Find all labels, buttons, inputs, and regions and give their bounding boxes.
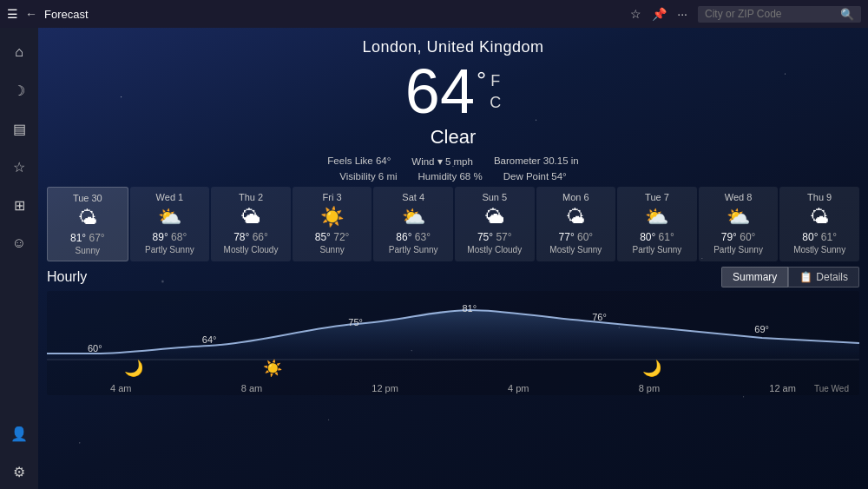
temp-value: 64	[405, 60, 475, 122]
feels-like: Feels Like 64°	[327, 155, 391, 168]
sidebar-item-settings[interactable]: ⚙	[2, 454, 36, 489]
time-12am: 12 am	[769, 383, 796, 393]
pin-icon[interactable]: 📌	[652, 7, 667, 21]
unit-c[interactable]: C	[490, 92, 501, 114]
current-weather: London, United Kingdom 64 ° F C Clear Fe…	[38, 28, 868, 182]
search-input[interactable]	[705, 8, 835, 20]
time-8pm: 8 pm	[639, 383, 660, 393]
summary-button[interactable]: Summary	[721, 267, 788, 287]
unit-f[interactable]: F	[490, 70, 501, 92]
icon-4am: 🌙	[124, 359, 143, 378]
sidebar-item-home[interactable]: ⌂	[2, 35, 36, 69]
time-4am: 4 am	[110, 383, 131, 393]
main-content: London, United Kingdom 64 ° F C Clear Fe…	[38, 28, 868, 489]
forecast-day-tue-30[interactable]: Tue 30 🌤 81° 67° Sunny	[47, 187, 128, 261]
temp-8am: 64°	[202, 334, 217, 345]
hamburger-icon[interactable]: ☰	[7, 7, 18, 21]
sidebar-item-emoji[interactable]: ☺	[2, 226, 36, 261]
temp-4pm: 76°	[592, 312, 607, 322]
temp-labels: 60° 64° 75° 81° 76° 69°	[47, 293, 859, 345]
favorite-icon[interactable]: ☆	[630, 7, 641, 21]
hourly-time-labels: 4 am 8 am 12 pm 4 pm 8 pm 12 am	[47, 383, 859, 393]
back-icon[interactable]: ←	[25, 7, 37, 21]
forecast-day-sat-4[interactable]: Sat 4 ⛅ 86° 63° Partly Sunny	[373, 187, 453, 261]
search-box[interactable]: 🔍	[698, 6, 861, 23]
weather-details-2: Visibility 6 mi Humidity 68 % Dew Point …	[38, 171, 868, 182]
more-icon[interactable]: ···	[677, 7, 687, 21]
temp-8pm: 69°	[754, 324, 769, 334]
time-8am: 8 am	[241, 383, 262, 393]
forecast-day-wed-1[interactable]: Wed 1 ⛅ 89° 68° Partly Sunny	[130, 187, 210, 261]
app-title: Forecast	[44, 8, 623, 21]
hourly-section: Hourly Summary 📋 Details	[47, 267, 859, 395]
hourly-icons: 🌙 ☀️ 🌙	[47, 359, 859, 378]
sidebar-item-favorites[interactable]: ☆	[2, 149, 36, 184]
condition: Clear	[38, 126, 868, 149]
temp-4am: 60°	[88, 343, 102, 354]
humidity: Humidity 68 %	[418, 171, 483, 182]
temperature-display: 64 ° F C	[38, 60, 868, 122]
forecast-day-tue-7[interactable]: Tue 7 ⛅ 80° 61° Partly Sunny	[617, 187, 697, 261]
hourly-view-buttons: Summary 📋 Details	[721, 267, 859, 287]
forecast-day-fri-3[interactable]: Fri 3 ☀️ 85° 72° Sunny	[293, 187, 372, 261]
forecast-day-wed-8[interactable]: Wed 8 ⛅ 79° 60° Partly Sunny	[699, 187, 779, 261]
sidebar-item-chart[interactable]: ▤	[2, 111, 36, 146]
sidebar-item-moon[interactable]: ☽	[2, 73, 36, 108]
weather-details: Feels Like 64° Wind ▾ 5 mph Barometer 30…	[38, 155, 868, 168]
time-4pm: 4 pm	[508, 383, 529, 393]
title-bar: ☰ ← Forecast ☆ 📌 ··· 🔍	[0, 0, 868, 28]
sidebar-item-account[interactable]: 👤	[2, 416, 36, 451]
icon-8am: ☀️	[263, 359, 282, 378]
title-actions: ☆ 📌 ··· 🔍	[630, 6, 861, 23]
day-marker: Tue Wed	[814, 384, 849, 393]
hourly-title: Hourly	[47, 269, 87, 285]
sidebar-item-news[interactable]: ⊞	[2, 188, 36, 222]
hourly-chart: 60° 64° 75° 81° 76° 69° 🌙 ☀️ 🌙	[47, 291, 859, 395]
wind: Wind ▾ 5 mph	[411, 155, 473, 168]
forecast-day-thu-2[interactable]: Thu 2 🌥 78° 66° Mostly Cloudy	[211, 187, 291, 261]
temp-12pm: 75°	[348, 317, 363, 327]
forecast-strip: Tue 30 🌤 81° 67° Sunny Wed 1 ⛅ 89° 68° P…	[47, 187, 859, 261]
forecast-day-sun-5[interactable]: Sun 5 🌥 75° 57° Mostly Cloudy	[455, 187, 535, 261]
search-icon[interactable]: 🔍	[840, 8, 854, 21]
dew-point: Dew Point 54°	[503, 171, 567, 182]
forecast-day-mon-6[interactable]: Mon 6 🌤 77° 60° Mostly Sunny	[536, 187, 616, 261]
forecast-day-thu-9[interactable]: Thu 9 🌤 80° 61° Mostly Sunny	[779, 187, 859, 261]
sidebar: ⌂ ☽ ▤ ☆ ⊞ ☺ 👤 ⚙	[0, 28, 38, 489]
temp-2pm: 81°	[462, 303, 477, 314]
details-button[interactable]: 📋 Details	[788, 267, 859, 287]
icon-8pm: 🌙	[642, 359, 661, 378]
temp-symbol: °	[477, 69, 486, 93]
city-name: London, United Kingdom	[38, 38, 868, 56]
hourly-header: Hourly Summary 📋 Details	[47, 267, 859, 287]
barometer: Barometer 30.15 in	[494, 155, 579, 168]
time-12pm: 12 pm	[372, 383, 398, 393]
visibility: Visibility 6 mi	[339, 171, 397, 182]
